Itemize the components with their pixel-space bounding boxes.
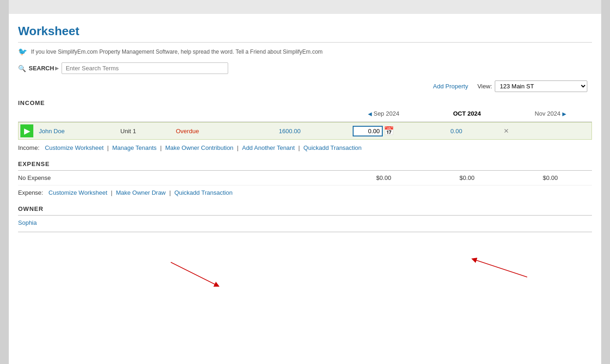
prev-amount-cell: 1600.00 xyxy=(248,128,331,135)
income-quickadd-transaction-link[interactable]: Quickadd Transaction xyxy=(304,144,362,151)
search-icon: 🔍 xyxy=(18,65,26,72)
prev-month-cell: ◀ Sep 2024 xyxy=(342,110,425,117)
calendar-icon[interactable]: 📅 xyxy=(384,126,394,136)
income-section-header: INCOME xyxy=(18,97,592,107)
current-month-cell: OCT 2024 xyxy=(425,110,509,117)
income-customize-worksheet-link[interactable]: Customize Worksheet xyxy=(45,144,104,151)
promo-bar: 🐦 If you love SimplifyEm.com Property Ma… xyxy=(18,47,592,56)
sep3: | xyxy=(237,144,240,151)
search-input[interactable] xyxy=(62,62,228,74)
annotation-arrows xyxy=(18,231,592,323)
current-amount-input[interactable] xyxy=(353,126,383,136)
add-property-link[interactable]: Add Property xyxy=(433,83,468,90)
property-view-dropdown[interactable]: 123 Main ST xyxy=(495,80,587,92)
owner-name-link[interactable]: Sophia xyxy=(18,219,37,226)
view-label: View: xyxy=(477,83,492,90)
expense-current-amount: $0.00 xyxy=(425,174,509,181)
income-action-label: Income: xyxy=(18,144,39,151)
month-nav: ◀ Sep 2024 OCT 2024 Nov 2024 ▶ xyxy=(18,107,592,120)
expense-row: No Expense $0.00 $0.00 $0.00 xyxy=(18,171,592,185)
svg-line-1 xyxy=(474,259,527,277)
expense-make-owner-draw-link[interactable]: Make Owner Draw xyxy=(116,189,166,196)
owner-bottom-divider xyxy=(18,232,592,232)
tenant-name-cell: John Doe xyxy=(35,128,118,135)
close-row-button[interactable]: ✕ xyxy=(504,127,509,135)
sep1: | xyxy=(107,144,110,151)
expand-cell: ▶ xyxy=(19,123,35,139)
property-controls: Add Property View: 123 Main ST xyxy=(18,80,592,92)
prev-month-label: Sep 2024 xyxy=(373,110,399,117)
unit-cell: Unit 1 xyxy=(118,128,174,135)
search-label: SEARCH ▶ xyxy=(29,65,59,72)
sep2: | xyxy=(160,144,163,151)
income-section-title: INCOME xyxy=(18,99,45,106)
income-row: ▶ John Doe Unit 1 Overdue 1600.00 📅 xyxy=(18,122,592,140)
expand-button[interactable]: ▶ xyxy=(20,124,33,137)
expense-prev-amount: $0.00 xyxy=(342,174,425,181)
expense-action-label: Expense: xyxy=(18,189,43,196)
next-month-arrow[interactable]: ▶ xyxy=(562,111,566,117)
income-manage-tenants-link[interactable]: Manage Tenants xyxy=(112,144,156,151)
expense-section-title: EXPENSE xyxy=(18,160,50,167)
current-month-label: OCT 2024 xyxy=(453,110,481,117)
current-amount-cell: 📅 xyxy=(331,126,415,136)
search-arrow-icon: ▶ xyxy=(55,66,59,71)
next-amount-cell: 0.00 xyxy=(415,128,498,135)
status-label: Overdue xyxy=(176,128,199,135)
expense-quickadd-transaction-link[interactable]: Quickadd Transaction xyxy=(174,189,233,196)
status-cell: Overdue xyxy=(174,128,248,135)
tenant-name-link[interactable]: John Doe xyxy=(39,128,65,135)
expense-next-amount: $0.00 xyxy=(509,174,592,181)
close-cell: ✕ xyxy=(498,127,515,135)
unit-label: Unit 1 xyxy=(120,128,136,135)
sep4: | xyxy=(299,144,302,151)
next-month-cell: Nov 2024 ▶ xyxy=(509,110,592,117)
expense-action-links: Expense: Customize Worksheet | Make Owne… xyxy=(18,185,592,203)
search-bar: 🔍 SEARCH ▶ xyxy=(18,62,592,74)
title-divider xyxy=(18,42,592,43)
owner-row: Sophia xyxy=(18,216,592,230)
prev-amount-link[interactable]: 1600.00 xyxy=(248,128,331,135)
view-selector: View: 123 Main ST xyxy=(477,80,587,92)
exp-sep2: | xyxy=(169,189,173,196)
worksheet-area: INCOME ◀ Sep 2024 OCT 2024 Nov 2024 ▶ xyxy=(18,97,592,232)
owner-section-header: OWNER xyxy=(18,203,592,213)
next-month-label: Nov 2024 xyxy=(535,110,560,117)
svg-line-0 xyxy=(171,262,217,285)
expense-section-header: EXPENSE xyxy=(18,158,592,168)
income-make-owner-contribution-link[interactable]: Make Owner Contribution xyxy=(165,144,233,151)
income-action-links: Income: Customize Worksheet | Manage Ten… xyxy=(18,141,592,158)
next-amount-link[interactable]: 0.00 xyxy=(415,128,498,135)
promo-text: If you love SimplifyEm.com Property Mana… xyxy=(31,49,323,55)
exp-sep1: | xyxy=(111,189,114,196)
prev-month-arrow[interactable]: ◀ xyxy=(368,111,372,117)
owner-section-title: OWNER xyxy=(18,205,44,212)
top-bar xyxy=(9,0,601,14)
expense-customize-worksheet-link[interactable]: Customize Worksheet xyxy=(49,189,107,196)
page-title: Worksheet xyxy=(18,19,592,42)
promo-icon: 🐦 xyxy=(18,47,27,56)
no-expense-label: No Expense xyxy=(18,174,342,181)
income-add-another-tenant-link[interactable]: Add Another Tenant xyxy=(242,144,295,151)
